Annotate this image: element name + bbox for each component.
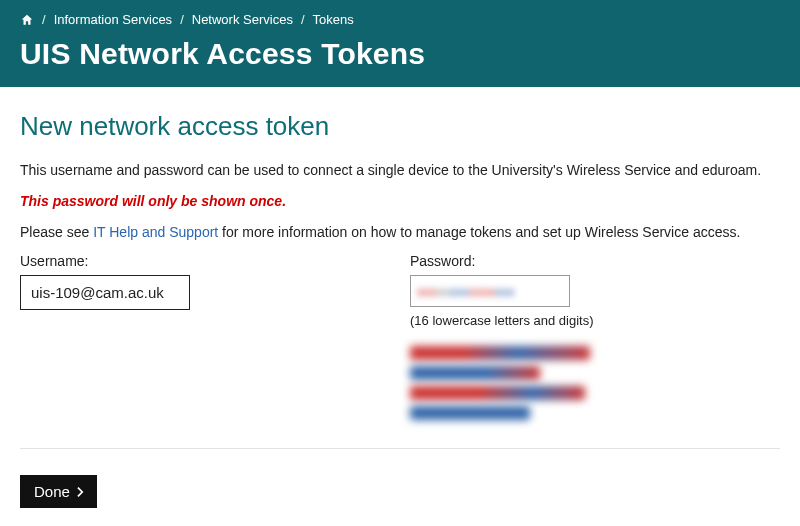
breadcrumb-item-network-services[interactable]: Network Services [192,12,293,27]
breadcrumb-separator: / [42,12,46,27]
breadcrumb-separator: / [301,12,305,27]
content-heading: New network access token [20,111,780,142]
mnemonic-obscured [410,346,780,420]
chevron-right-icon [76,486,85,498]
page-title: UIS Network Access Tokens [20,37,780,71]
warning-text: This password will only be shown once. [20,191,780,212]
password-value-obscured: xxxxxxxxxxxxxxx [410,275,570,307]
breadcrumb: / Information Services / Network Service… [20,12,780,27]
help-text: Please see IT Help and Support for more … [20,222,780,243]
help-suffix: for more information on how to manage to… [218,224,740,240]
password-hint: (16 lowercase letters and digits) [410,313,780,328]
done-button-label: Done [34,483,70,500]
username-value: uis-109@cam.ac.uk [20,275,190,310]
intro-text: This username and password can be used t… [20,160,780,181]
help-link[interactable]: IT Help and Support [93,224,218,240]
breadcrumb-item-tokens: Tokens [313,12,354,27]
done-button[interactable]: Done [20,475,97,508]
breadcrumb-item-information-services[interactable]: Information Services [54,12,173,27]
username-label: Username: [20,253,390,269]
home-icon[interactable] [20,13,34,27]
divider [20,448,780,449]
password-label: Password: [410,253,780,269]
help-prefix: Please see [20,224,93,240]
breadcrumb-separator: / [180,12,184,27]
